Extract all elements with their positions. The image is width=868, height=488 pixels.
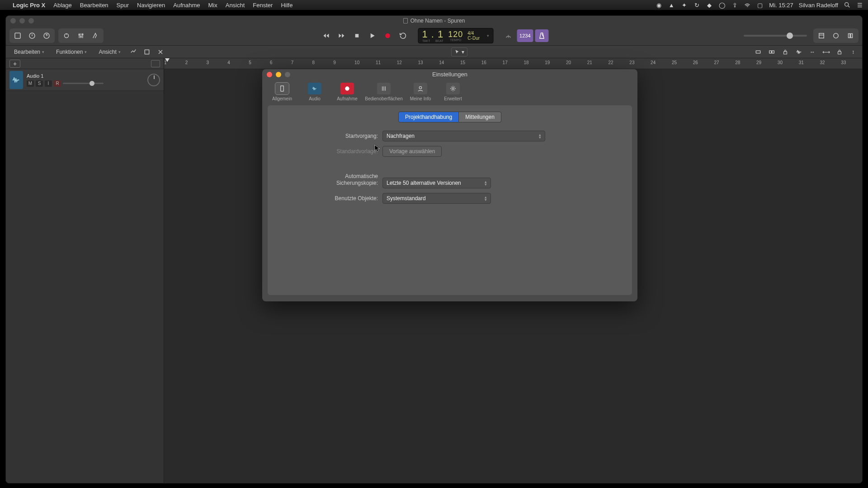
quickhelp-toggle[interactable]	[39, 29, 54, 42]
prefs-cat-advanced[interactable]: Erweitert	[437, 81, 469, 103]
status-icon-7[interactable]: ⇪	[731, 1, 738, 9]
menu-fenster[interactable]: Fenster	[253, 2, 273, 9]
menu-bearbeiten[interactable]: Bearbeiten	[80, 2, 108, 9]
track-name[interactable]: Audio 1	[27, 73, 141, 79]
prefs-zoom-button[interactable]	[285, 72, 290, 77]
loops-toggle[interactable]	[843, 29, 858, 42]
menu-icon[interactable]: ☰	[856, 1, 863, 9]
forward-button[interactable]	[335, 29, 348, 42]
inspector-toggle[interactable]	[25, 29, 39, 42]
timeline-ruler[interactable]: 1234567891011121314151617181920212223242…	[164, 58, 862, 69]
rewind-button[interactable]	[319, 29, 333, 42]
select-backup[interactable]: Letzte 50 alternative Versionen▴▾	[382, 178, 491, 188]
ruler-tick: 12	[397, 60, 402, 65]
select-used-objects[interactable]: Systemstandard▴▾	[382, 193, 491, 204]
flex-icon[interactable]	[142, 47, 151, 56]
ruler-tick: 6	[270, 60, 273, 65]
ruler-tick: 20	[566, 60, 571, 65]
snap-icon-2[interactable]	[767, 47, 776, 56]
menu-spur[interactable]: Spur	[117, 2, 129, 9]
window-close[interactable]	[10, 18, 16, 23]
button-choose-template[interactable]: Vorlage auswählen	[382, 146, 442, 157]
lock-icon[interactable]	[781, 47, 790, 56]
status-icon-3[interactable]: ✦	[680, 1, 688, 9]
window-minimize[interactable]	[19, 18, 25, 23]
tracks-edit-menu[interactable]: Bearbeiten▾	[10, 48, 48, 56]
status-icon-5[interactable]: ◆	[706, 1, 713, 9]
menu-hilfe[interactable]: Hilfe	[281, 2, 292, 9]
ruler-tick: 17	[503, 60, 508, 65]
track-record-enable[interactable]: R	[54, 80, 61, 87]
add-track-button[interactable]: +	[9, 60, 20, 68]
tab-project-handling[interactable]: Projekthandhabung	[398, 112, 459, 122]
window-zoom[interactable]	[28, 18, 34, 23]
play-button[interactable]	[365, 29, 379, 42]
cycle-button[interactable]	[396, 29, 410, 42]
track-volume-slider[interactable]	[63, 83, 104, 84]
menu-ansicht[interactable]: Ansicht	[226, 2, 245, 9]
lcd-position[interactable]: 1 . 1	[422, 28, 443, 40]
prefs-cat-general[interactable]: Allgemein	[266, 81, 298, 103]
record-button[interactable]	[381, 29, 394, 42]
lcd-key[interactable]: C-Dur	[467, 36, 480, 41]
prefs-cat-myinfo[interactable]: Meine Info	[404, 81, 437, 103]
track-input-button[interactable]: I	[45, 80, 52, 87]
lock2-icon[interactable]	[835, 47, 844, 56]
airplay-icon[interactable]: ▢	[756, 1, 764, 9]
lcd-display[interactable]: 1 . 1TAKT BEAT 120TEMPO 4/4C-Dur ▾	[418, 28, 493, 43]
lcd-menu-icon[interactable]: ▾	[487, 33, 489, 38]
tracks-functions-menu[interactable]: Funktionen▾	[52, 48, 90, 56]
lcd-sig[interactable]: 4/4	[467, 31, 474, 36]
hscale-icon[interactable]: ⟷	[821, 47, 830, 56]
tab-notifications[interactable]: Mitteilungen	[459, 112, 501, 122]
menu-aufnahme[interactable]: Aufnahme	[173, 2, 200, 9]
select-startup[interactable]: Nachfragen▴▾	[382, 131, 545, 141]
tracks-view-menu[interactable]: Ansicht▾	[95, 48, 124, 56]
mixer-toggle[interactable]	[74, 29, 88, 42]
ruler-tick: 15	[460, 60, 465, 65]
metronome-button[interactable]	[535, 29, 549, 42]
prefs-cat-surfaces[interactable]: Bedienoberflächen	[363, 81, 404, 103]
track-solo-button[interactable]: S	[36, 80, 43, 87]
menubar-clock[interactable]: Mi. 15:27	[769, 2, 793, 9]
smart-controls-toggle[interactable]	[59, 29, 74, 42]
tuner-button[interactable]	[501, 29, 515, 42]
master-volume-slider[interactable]	[744, 35, 807, 37]
wifi-icon[interactable]	[744, 1, 751, 9]
waveform-zoom-icon[interactable]	[794, 47, 803, 56]
tool3-icon[interactable]	[156, 47, 165, 56]
track-mute-button[interactable]: M	[27, 80, 34, 87]
status-icon-6[interactable]: ◯	[718, 1, 726, 9]
ruler-tick: 7	[291, 60, 294, 65]
status-icon-1[interactable]: ◉	[655, 1, 662, 9]
spotlight-icon[interactable]	[844, 1, 851, 9]
menu-navigieren[interactable]: Navigieren	[137, 2, 165, 9]
vscale-icon[interactable]: ↔	[808, 47, 817, 56]
editors-toggle[interactable]	[88, 29, 103, 42]
library-toggle[interactable]	[10, 29, 25, 42]
count-in-button[interactable]: 1234	[517, 29, 533, 42]
lcd-tempo[interactable]: 120	[448, 30, 463, 39]
snap-icon[interactable]	[754, 47, 763, 56]
prefs-minimize-button[interactable]	[276, 72, 281, 77]
menu-mix[interactable]: Mix	[208, 2, 217, 9]
global-tracks-button[interactable]	[151, 60, 160, 67]
notes-toggle[interactable]	[829, 29, 843, 42]
menu-ablage[interactable]: Ablage	[53, 2, 71, 9]
pointer-tool-select[interactable]: ▾	[451, 47, 467, 56]
list-editors-toggle[interactable]	[814, 29, 829, 42]
prefs-cat-audio[interactable]: Audio	[298, 81, 331, 103]
app-menu[interactable]: Logic Pro X	[13, 2, 45, 9]
status-icon-4[interactable]: ↻	[693, 1, 700, 9]
ruler-tick: 22	[609, 60, 613, 65]
lcd-beat-label: BEAT	[435, 39, 443, 42]
track-row[interactable]: Audio 1 M S I R	[6, 69, 164, 91]
stop-button[interactable]	[350, 29, 363, 42]
status-icon-2[interactable]: ▲	[668, 1, 675, 9]
auto-zoom-icon[interactable]	[129, 47, 138, 56]
vscale2-icon[interactable]: ↕	[849, 47, 858, 56]
menubar-user[interactable]: Silvan Radeloff	[799, 2, 838, 9]
track-pan-knob[interactable]	[147, 74, 160, 86]
prefs-close-button[interactable]	[267, 72, 272, 77]
prefs-cat-record[interactable]: Aufnahme	[331, 81, 363, 103]
